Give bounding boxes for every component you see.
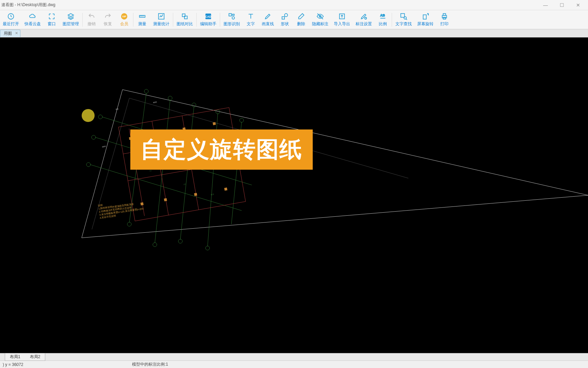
svg-point-44 <box>153 243 157 247</box>
coordinates: ) y = 36072 <box>3 362 71 367</box>
measure-button[interactable]: 测量 <box>134 10 150 29</box>
shapes-button[interactable]: 形状 <box>277 10 293 29</box>
hide-annot-button[interactable]: 隐藏标注 <box>309 10 331 29</box>
scale-button[interactable]: A:B 比例 <box>375 10 391 29</box>
svg-point-45 <box>178 239 182 243</box>
print-icon <box>440 12 448 20</box>
cloud-button[interactable]: 快看云盘 <box>22 10 44 29</box>
svg-point-35 <box>144 89 148 93</box>
svg-point-42 <box>86 163 91 167</box>
svg-point-19 <box>404 17 406 19</box>
sheet-tab-layout1[interactable]: 布局1 <box>5 353 26 361</box>
tab-label: 用图 <box>4 31 12 36</box>
svg-point-10 <box>232 17 234 19</box>
svg-rect-12 <box>282 17 284 19</box>
layers-icon <box>67 12 75 20</box>
cursor-indicator <box>82 109 95 122</box>
delete-button[interactable]: 删除 <box>293 10 309 29</box>
svg-point-39 <box>240 118 244 122</box>
undo-button[interactable]: 撤销 <box>83 10 100 29</box>
shapes-icon <box>281 12 289 20</box>
import-export-button[interactable]: 导入导出 <box>331 10 353 29</box>
document-tab[interactable]: 用图 ✕ <box>0 30 20 37</box>
recent-open-button[interactable]: 最近打开 <box>0 10 22 29</box>
svg-point-37 <box>192 103 196 107</box>
svg-point-43 <box>127 222 131 226</box>
separator <box>173 13 173 27</box>
print-button[interactable]: 打印 <box>436 10 453 29</box>
window-button[interactable]: 窗口 <box>44 10 60 29</box>
separator <box>196 13 197 27</box>
sheet-tab-layout2[interactable]: 布局2 <box>25 353 46 361</box>
compare-icon <box>181 12 189 20</box>
text-icon <box>247 12 255 20</box>
status-bar: ) y = 36072 模型中的标注比例:1 <box>0 361 588 368</box>
eraser-icon <box>297 12 305 20</box>
text-button[interactable]: 文字 <box>243 10 259 29</box>
svg-point-13 <box>284 14 288 17</box>
svg-rect-11 <box>232 14 234 16</box>
separator <box>392 13 392 27</box>
svg-text:L1: L1 <box>149 169 152 172</box>
scale-icon: A:B <box>379 12 387 20</box>
cad-icon: CAD <box>204 12 212 20</box>
titlebar: 速看图 - H:\Desktop\用图.dwg — ☐ ✕ <box>0 0 588 10</box>
draw-line-button[interactable]: 画直线 <box>259 10 277 29</box>
svg-point-36 <box>168 96 172 100</box>
overlay-banner: 自定义旋转图纸 <box>130 129 313 170</box>
eye-off-icon <box>316 12 324 20</box>
separator <box>220 13 220 27</box>
vip-button[interactable]: VIP 会员 <box>116 10 132 29</box>
svg-text:CAD: CAD <box>205 15 211 18</box>
svg-rect-56 <box>213 122 216 125</box>
screen-rotate-button[interactable]: 屏幕旋转 <box>414 10 436 29</box>
recognition-icon <box>228 12 236 20</box>
shape-recog-button[interactable]: 图形识别 <box>221 10 243 29</box>
window-controls: — ☐ ✕ <box>540 2 587 8</box>
svg-rect-18 <box>401 14 405 17</box>
scale-info: 模型中的标注比例:1 <box>132 362 168 367</box>
close-button[interactable]: ✕ <box>573 2 583 8</box>
svg-text:A:B: A:B <box>380 14 385 17</box>
edit-helper-button[interactable]: CAD 编辑助手 <box>197 10 219 29</box>
document-tabs: 用图 ✕ <box>0 29 588 37</box>
svg-point-46 <box>206 246 210 250</box>
svg-text:KL5: KL5 <box>211 193 214 195</box>
compare-button[interactable]: 图纸对比 <box>174 10 196 29</box>
search-icon <box>399 12 408 20</box>
svg-rect-60 <box>164 198 167 201</box>
window-title: 速看图 - H:\Desktop\用图.dwg <box>1 2 55 8</box>
svg-point-38 <box>216 110 220 114</box>
measure-stats-button[interactable]: 测量统计 <box>150 10 172 29</box>
settings-pencil-icon <box>360 12 368 20</box>
svg-line-31 <box>155 100 170 243</box>
svg-rect-61 <box>194 193 197 196</box>
svg-text:200: 200 <box>115 108 118 110</box>
clock-icon <box>7 12 15 20</box>
separator <box>82 13 83 27</box>
svg-text:4500: 4500 <box>153 101 157 104</box>
svg-point-40 <box>98 115 102 119</box>
svg-rect-62 <box>224 187 227 190</box>
separator <box>133 13 133 27</box>
fullscreen-icon <box>48 12 56 20</box>
tab-close-icon[interactable]: ✕ <box>15 31 18 35</box>
undo-icon <box>87 12 96 20</box>
svg-point-16 <box>365 17 367 19</box>
sheet-tabs: 布局1 布局2 <box>0 353 588 361</box>
pencil-icon <box>264 12 272 20</box>
maximize-button[interactable]: ☐ <box>557 2 567 8</box>
ruler-icon <box>138 12 146 20</box>
text-find-button[interactable]: 文字查找 <box>393 10 414 29</box>
layers-button[interactable]: 图层管理 <box>60 10 82 29</box>
redo-button[interactable]: 恢复 <box>100 10 116 29</box>
chart-icon <box>157 12 165 20</box>
minimize-button[interactable]: — <box>540 2 551 8</box>
drawing-canvas[interactable]: KL1 KL2 KL3 L1 L2 KL5 200 4500 3600 说明 1… <box>0 37 588 353</box>
cad-drawing: KL1 KL2 KL3 L1 L2 KL5 200 4500 3600 <box>0 37 588 353</box>
annot-settings-button[interactable]: 标注设置 <box>353 10 375 29</box>
svg-text:L2: L2 <box>183 183 186 185</box>
main-toolbar: 最近打开 快看云盘 窗口 图层管理 撤销 恢复 VIP 会员 测量 测量统计 图… <box>0 10 588 29</box>
svg-rect-20 <box>423 15 426 19</box>
import-export-icon <box>338 12 346 20</box>
